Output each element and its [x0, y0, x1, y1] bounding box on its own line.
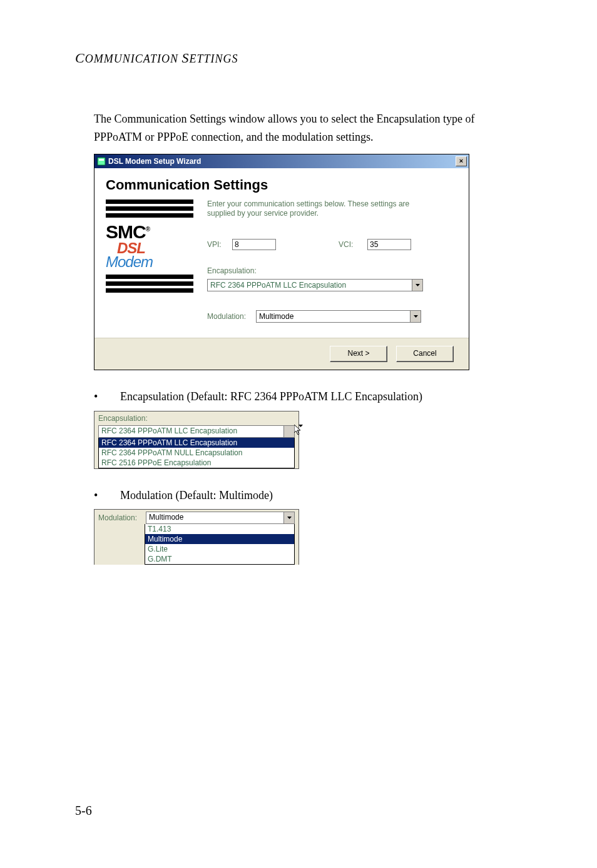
list-item[interactable]: Multimode	[145, 534, 294, 544]
wizard-heading: Communication Settings	[106, 177, 457, 193]
titlebar: DSL Modem Setup Wizard ×	[94, 154, 469, 168]
list-item[interactable]: T1.413	[145, 524, 294, 534]
bullet-modulation: • Modulation (Default: Multimode)	[94, 487, 541, 505]
svg-rect-1	[99, 159, 104, 161]
vci-label: VCI:	[339, 240, 367, 249]
encapsulation-select[interactable]: RFC 2364 PPPoATM LLC Encapsulation	[98, 425, 295, 438]
modulation-label: Modulation:	[207, 312, 256, 321]
next-button[interactable]: Next >	[330, 346, 387, 362]
vci-input[interactable]	[367, 239, 411, 250]
page-number: 5-6	[75, 804, 92, 818]
encapsulation-label: Encapsulation:	[94, 411, 298, 425]
svg-marker-3	[414, 315, 418, 318]
vpi-input[interactable]	[232, 239, 276, 250]
vpi-label: VPI:	[207, 240, 232, 249]
list-item[interactable]: G.DMT	[145, 554, 294, 564]
svg-rect-0	[98, 158, 105, 165]
modulation-dropdown-expanded: Modulation: Multimode T1.413 Multimode G…	[94, 509, 299, 565]
svg-marker-5	[294, 425, 300, 435]
cursor-icon	[294, 425, 303, 436]
chevron-down-icon[interactable]	[410, 311, 421, 322]
list-item[interactable]: RFC 2364 PPPoATM LLC Encapsulation	[99, 438, 294, 448]
close-icon[interactable]: ×	[456, 156, 467, 166]
page-header: COMMUNICATION SETTINGS	[75, 50, 541, 66]
modulation-options: T1.413 Multimode G.Lite G.DMT	[145, 524, 295, 565]
chevron-down-icon[interactable]	[283, 512, 294, 523]
app-icon	[97, 157, 106, 166]
modulation-label: Modulation:	[98, 513, 137, 522]
chevron-down-icon[interactable]	[283, 426, 294, 437]
svg-marker-6	[287, 517, 292, 519]
instructions-text: Enter your communication settings below.…	[207, 199, 420, 219]
cancel-button[interactable]: Cancel	[396, 346, 454, 362]
window-title: DSL Modem Setup Wizard	[108, 157, 456, 166]
list-item[interactable]: RFC 2364 PPPoATM NULL Encapsulation	[99, 448, 294, 458]
list-item[interactable]: G.Lite	[145, 544, 294, 554]
bullet-encapsulation: • Encapsulation (Default: RFC 2364 PPPoA…	[94, 388, 541, 406]
encapsulation-options: RFC 2364 PPPoATM LLC Encapsulation RFC 2…	[98, 438, 295, 468]
modulation-select[interactable]: Multimode	[146, 512, 295, 524]
list-item[interactable]: RFC 2516 PPPoE Encapsulation	[99, 458, 294, 468]
wizard-window: DSL Modem Setup Wizard × Communication S…	[94, 154, 469, 370]
chevron-down-icon[interactable]	[412, 280, 422, 291]
encapsulation-label: Encapsulation:	[207, 266, 457, 275]
encapsulation-dropdown[interactable]: RFC 2364 PPPoATM LLC Encapsulation	[207, 279, 423, 291]
encapsulation-dropdown-expanded: Encapsulation: RFC 2364 PPPoATM LLC Enca…	[94, 411, 299, 469]
side-logo: SMC® DSL Modem	[106, 199, 193, 323]
svg-marker-2	[416, 284, 420, 286]
intro-paragraph: The Communication Settings window allows…	[94, 110, 494, 146]
modulation-dropdown[interactable]: Multimode	[256, 310, 421, 323]
